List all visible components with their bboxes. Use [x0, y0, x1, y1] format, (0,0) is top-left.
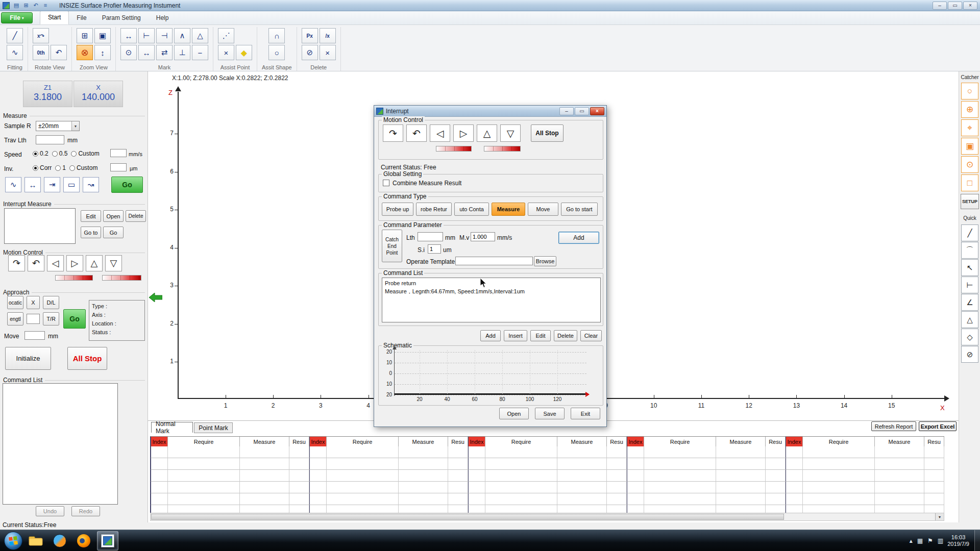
- dialog-command-list[interactable]: Probe returnMeasure，Legnth:64.67mm, Spee…: [382, 278, 601, 322]
- table-cell[interactable]: [557, 470, 607, 482]
- table-cell[interactable]: [875, 493, 924, 505]
- table-cell[interactable]: [289, 493, 309, 505]
- exit-button[interactable]: Exit: [571, 408, 600, 419]
- mv-input[interactable]: [471, 232, 495, 241]
- table-cell[interactable]: [716, 482, 766, 493]
- command-type-robe-retur[interactable]: robe Retur: [416, 203, 452, 216]
- turn-left-arrow-button[interactable]: ↶: [28, 255, 44, 271]
- table-cell[interactable]: [151, 446, 168, 458]
- approach-x-button[interactable]: X: [27, 296, 40, 309]
- tool-profile-icon[interactable]: ∿: [5, 177, 21, 192]
- table-cell[interactable]: [803, 446, 875, 458]
- delete-mark-icon[interactable]: ×: [320, 45, 336, 60]
- inv-radio-custom[interactable]: [69, 165, 75, 171]
- mark-left-icon[interactable]: ⊢: [138, 28, 155, 43]
- table-cell[interactable]: [924, 446, 944, 458]
- mark-peak-icon[interactable]: ∧: [174, 28, 190, 43]
- rotate-x-icon[interactable]: x↷: [33, 28, 49, 43]
- table-cell[interactable]: [627, 493, 644, 505]
- command-type-uto-conta[interactable]: uto Conta: [454, 203, 489, 216]
- fitting-curve-icon[interactable]: ∿: [7, 45, 23, 60]
- table-cell[interactable]: [557, 493, 607, 505]
- table-cell[interactable]: [786, 446, 803, 458]
- table-cell[interactable]: [786, 493, 803, 505]
- table-cell[interactable]: [644, 446, 716, 458]
- table-cell[interactable]: [309, 470, 327, 482]
- tab-help[interactable]: Help: [149, 12, 177, 24]
- table-cell[interactable]: [766, 493, 786, 505]
- table-cell[interactable]: [557, 446, 607, 458]
- taskbar-explorer-icon[interactable]: [25, 531, 46, 550]
- zoom-extents-icon[interactable]: ▣: [94, 28, 111, 43]
- table-cell[interactable]: [627, 482, 644, 493]
- command-list[interactable]: [3, 383, 118, 505]
- taskbar-media-player-icon[interactable]: [49, 531, 70, 550]
- command-type-go-to-start[interactable]: Go to start: [561, 203, 598, 216]
- delete-point-icon[interactable]: Px: [302, 28, 318, 43]
- assist-diamond-icon[interactable]: ◆: [236, 45, 252, 60]
- interrupt-goto-button[interactable]: Go to: [81, 227, 101, 238]
- move-up-arrow-button[interactable]: △: [477, 124, 497, 142]
- table-cell[interactable]: [448, 482, 468, 493]
- table-cell[interactable]: [607, 482, 627, 493]
- table-cell[interactable]: [468, 493, 485, 505]
- table-cell[interactable]: [557, 458, 607, 470]
- open-button[interactable]: Open: [499, 408, 529, 419]
- table-cell[interactable]: [485, 493, 557, 505]
- move-right-arrow-button[interactable]: ▷: [453, 124, 474, 142]
- table-cell[interactable]: [448, 458, 468, 470]
- approach-dl-button[interactable]: D/L: [43, 296, 59, 309]
- table-cell[interactable]: [151, 470, 168, 482]
- table-cell[interactable]: [766, 470, 786, 482]
- input-indicator-icon[interactable]: ▦: [917, 537, 923, 544]
- tab-file[interactable]: File: [69, 12, 94, 24]
- tool-length-icon[interactable]: ↔: [24, 177, 41, 192]
- move-right-arrow-button[interactable]: ▷: [66, 255, 83, 271]
- list-insert-button[interactable]: Insert: [504, 330, 527, 341]
- approach-location-button[interactable]: ocatic: [7, 296, 23, 309]
- move-up-arrow-button[interactable]: △: [86, 255, 103, 271]
- tool-box-icon[interactable]: ▭: [63, 177, 80, 192]
- mark-circle-icon[interactable]: ⊙: [120, 45, 137, 60]
- close-button[interactable]: ×: [963, 2, 977, 10]
- save-icon[interactable]: ▤: [12, 2, 20, 9]
- table-cell[interactable]: [485, 446, 557, 458]
- sample-r-dropdown[interactable]: ±20mm ▼: [36, 121, 80, 131]
- table-cell[interactable]: [309, 458, 327, 470]
- table-cell[interactable]: [240, 482, 289, 493]
- redo-button[interactable]: Redo: [71, 506, 100, 516]
- mark-triangle-icon[interactable]: △: [192, 28, 208, 43]
- table-cell[interactable]: [875, 470, 924, 482]
- mark-step-icon[interactable]: ⇄: [156, 45, 173, 60]
- move-left-arrow-button[interactable]: ◁: [430, 124, 450, 142]
- table-cell[interactable]: [309, 493, 327, 505]
- mark-right-icon[interactable]: ⊣: [156, 28, 173, 43]
- interrupt-open-button[interactable]: Open: [103, 210, 124, 222]
- table-cell[interactable]: [399, 446, 448, 458]
- refresh-report-button[interactable]: Refresh Report: [871, 421, 916, 431]
- table-cell[interactable]: [399, 470, 448, 482]
- table-cell[interactable]: [399, 493, 448, 505]
- table-cell[interactable]: [327, 482, 399, 493]
- table-cell[interactable]: [468, 458, 485, 470]
- table-cell[interactable]: [716, 493, 766, 505]
- file-menu-button[interactable]: File ▾: [1, 12, 33, 23]
- list-clear-button[interactable]: Clear: [580, 330, 602, 341]
- dialog-titlebar[interactable]: Interrupt –▭×: [374, 106, 606, 117]
- browse-button[interactable]: Browse: [534, 256, 556, 266]
- undo-icon[interactable]: ↶: [32, 2, 40, 9]
- table-cell[interactable]: [803, 482, 875, 493]
- approach-value-input[interactable]: [27, 314, 40, 324]
- table-cell[interactable]: [327, 493, 399, 505]
- dialog-minimize-button[interactable]: –: [559, 107, 574, 115]
- table-cell[interactable]: [607, 493, 627, 505]
- move-down-arrow-button[interactable]: ▽: [105, 255, 122, 271]
- table-cell[interactable]: [924, 482, 944, 493]
- table-cell[interactable]: [240, 493, 289, 505]
- move-left-arrow-button[interactable]: ◁: [47, 255, 64, 271]
- dialog-maximize-button[interactable]: ▭: [575, 107, 589, 115]
- all-stop-button[interactable]: All Stop: [67, 347, 107, 370]
- table-cell[interactable]: [468, 470, 485, 482]
- command-type-measure[interactable]: Measure: [492, 203, 525, 216]
- table-cell[interactable]: [327, 446, 399, 458]
